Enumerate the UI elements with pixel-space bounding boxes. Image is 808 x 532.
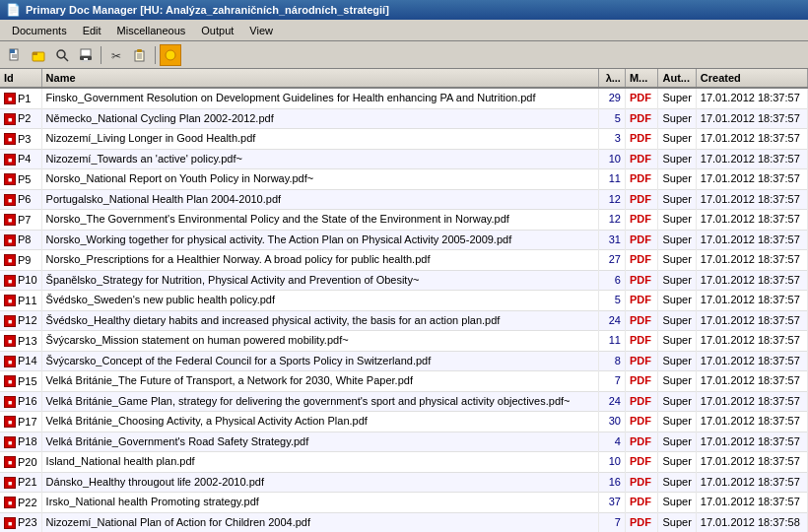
menu-item-view[interactable]: View	[241, 23, 281, 38]
row-mime: PDF	[625, 291, 658, 311]
open-btn[interactable]	[28, 44, 49, 66]
row-author: Super	[658, 331, 696, 352]
table-row[interactable]: ■P16Velká Británie_Game Plan, strategy f…	[0, 391, 808, 412]
table-row[interactable]: ■P1Finsko_Government Resolution on Devel…	[0, 88, 808, 108]
title-bar: 📄 Primary Doc Manager [HU: Analýza_zahra…	[0, 0, 808, 20]
row-id: ■P4	[0, 149, 41, 169]
menu-item-edit[interactable]: Edit	[75, 23, 109, 38]
menu-item-output[interactable]: Output	[193, 23, 241, 38]
row-status-icon: ■	[4, 416, 16, 428]
table-row[interactable]: ■P3Nizozemí_Living Longer in Good Health…	[0, 129, 808, 150]
col-header-name[interactable]: Name	[41, 69, 599, 88]
row-created: 17.01.2012 18:37:57	[696, 270, 807, 291]
row-num: 7	[599, 371, 626, 392]
row-mime: PDF	[625, 493, 658, 513]
row-name: Velká Británie_Government's Road Safety …	[41, 432, 599, 452]
row-created: 17.01.2012 18:37:57	[696, 291, 807, 311]
row-created: 17.01.2012 18:37:57	[696, 230, 807, 250]
row-id: ■P12	[0, 310, 41, 331]
sep2	[155, 46, 156, 64]
row-author: Super	[658, 270, 696, 291]
table-row[interactable]: ■P8Norsko_Working together for physical …	[0, 230, 808, 250]
row-id: ■P22	[0, 493, 41, 513]
row-created: 17.01.2012 18:37:58	[696, 512, 807, 532]
row-created: 17.01.2012 18:37:57	[696, 149, 807, 169]
row-status-icon: ■	[4, 93, 16, 104]
row-num: 31	[599, 230, 626, 250]
col-header-created[interactable]: Created	[696, 69, 807, 88]
row-num: 30	[599, 412, 626, 432]
row-num: 8	[599, 351, 626, 371]
table-row[interactable]: ■P10Španělsko_Strategy for Nutrition, Ph…	[0, 270, 808, 291]
row-num: 4	[599, 432, 626, 452]
table-row[interactable]: ■P21Dánsko_Healthy througout life 2002-2…	[0, 472, 808, 493]
row-status-icon: ■	[4, 254, 16, 266]
row-num: 7	[599, 512, 626, 532]
row-mime: PDF	[625, 371, 658, 392]
row-num: 11	[599, 331, 626, 352]
search-btn[interactable]	[51, 44, 73, 66]
row-name: Norsko_Prescriptions for a Healthier Nor…	[41, 250, 599, 271]
row-author: Super	[658, 452, 696, 473]
row-id: ■P2	[0, 108, 41, 129]
row-num: 16	[599, 472, 626, 493]
row-id: ■P7	[0, 210, 41, 231]
col-header-num[interactable]: λ...	[599, 69, 626, 88]
row-name: Velká Británie_Game Plan, strategy for d…	[41, 391, 599, 412]
row-id: ■P3	[0, 129, 41, 150]
row-mime: PDF	[625, 129, 658, 150]
table-row[interactable]: ■P9Norsko_Prescriptions for a Healthier …	[0, 250, 808, 271]
row-status-icon: ■	[4, 173, 16, 185]
row-mime: PDF	[625, 250, 658, 271]
row-id: ■P8	[0, 230, 41, 250]
table-row[interactable]: ■P22Irsko_National health Promoting stra…	[0, 493, 808, 513]
row-name: Nizozemí_National Plan of Action for Chi…	[41, 512, 599, 532]
row-name: Island_National health plan.pdf	[41, 452, 599, 473]
menu-item-miscellaneous[interactable]: Miscellaneous	[109, 23, 194, 38]
row-name: Irsko_National health Promoting strategy…	[41, 493, 599, 513]
row-created: 17.01.2012 18:37:57	[696, 210, 807, 231]
table-row[interactable]: ■P23Nizozemí_National Plan of Action for…	[0, 512, 808, 532]
row-name: Portugalsko_National Health Plan 2004-20…	[41, 189, 599, 210]
table-row[interactable]: ■P11Švédsko_Sweden's new public health p…	[0, 291, 808, 311]
table-row[interactable]: ■P5Norsko_National Report on Youth Polic…	[0, 169, 808, 190]
table-row[interactable]: ■P6Portugalsko_National Health Plan 2004…	[0, 189, 808, 210]
svg-rect-14	[137, 49, 142, 52]
row-created: 17.01.2012 18:37:57	[696, 169, 807, 190]
col-header-aut[interactable]: Aut...	[658, 69, 696, 88]
table-row[interactable]: ■P4Nizozemí_Towards an 'active' policy.p…	[0, 149, 808, 169]
row-num: 24	[599, 391, 626, 412]
row-author: Super	[658, 310, 696, 331]
row-status-icon: ■	[4, 214, 16, 226]
svg-rect-8	[81, 49, 91, 56]
row-mime: PDF	[625, 149, 658, 169]
table-row[interactable]: ■P18Velká Británie_Government's Road Saf…	[0, 432, 808, 452]
table-row[interactable]: ■P17Velká Británie_Choosing Activity, a …	[0, 412, 808, 432]
table-row[interactable]: ■P13Švýcarsko_Mission statement on human…	[0, 331, 808, 352]
row-num: 37	[599, 493, 626, 513]
table-row[interactable]: ■P7Norsko_The Government's Environmental…	[0, 210, 808, 231]
table-row[interactable]: ■P20Island_National health plan.pdf10PDF…	[0, 452, 808, 473]
menu-item-documents[interactable]: Documents	[4, 23, 75, 38]
new-doc-btn[interactable]	[4, 44, 26, 66]
table-row[interactable]: ■P2Německo_National Cycling Plan 2002-20…	[0, 108, 808, 129]
row-status-icon: ■	[4, 154, 16, 166]
paste-btn[interactable]	[129, 44, 151, 66]
row-status-icon: ■	[4, 275, 16, 287]
active-btn[interactable]	[160, 44, 181, 66]
print-btn[interactable]	[75, 44, 97, 66]
row-mime: PDF	[625, 432, 658, 452]
documents-table: Id Name λ... M... Aut... Created ■P1Fins…	[0, 69, 808, 532]
cut-btn[interactable]: ✂	[105, 44, 127, 66]
col-header-id[interactable]: Id	[0, 69, 41, 88]
col-header-mime[interactable]: M...	[625, 69, 658, 88]
row-created: 17.01.2012 18:37:57	[696, 189, 807, 210]
row-mime: PDF	[625, 169, 658, 190]
table-row[interactable]: ■P14Švýcarsko_Concept of the Federal Cou…	[0, 351, 808, 371]
table-row[interactable]: ■P12Švédsko_Healthy dietary habits and i…	[0, 310, 808, 331]
row-mime: PDF	[625, 210, 658, 231]
row-mime: PDF	[625, 452, 658, 473]
table-row[interactable]: ■P15Velká Británie_The Future of Transpo…	[0, 371, 808, 392]
row-status-icon: ■	[4, 497, 16, 508]
svg-text:✂: ✂	[111, 49, 121, 62]
